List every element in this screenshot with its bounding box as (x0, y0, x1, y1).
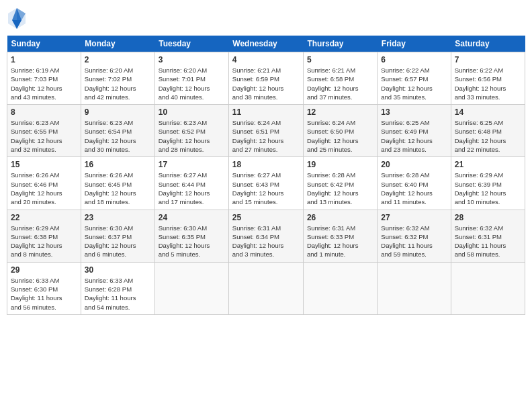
day-number: 3 (159, 55, 225, 64)
day-number: 2 (85, 55, 151, 64)
header-day-sunday: Sunday (7, 36, 81, 52)
day-number: 12 (307, 107, 373, 117)
week-row-4: 22Sunrise: 6:29 AMSunset: 6:38 PMDayligh… (7, 210, 525, 262)
header-day-friday: Friday (378, 36, 451, 52)
day-cell: 2Sunrise: 6:20 AMSunset: 7:02 PMDaylight… (81, 52, 154, 105)
day-cell (303, 262, 377, 314)
day-cell: 4Sunrise: 6:21 AMSunset: 6:59 PMDaylight… (228, 52, 303, 105)
day-cell: 9Sunrise: 6:23 AMSunset: 6:54 PMDaylight… (81, 105, 154, 157)
day-number: 1 (11, 55, 77, 64)
day-cell: 6Sunrise: 6:22 AMSunset: 6:57 PMDaylight… (378, 52, 451, 105)
day-cell: 13Sunrise: 6:25 AMSunset: 6:49 PMDayligh… (378, 105, 451, 157)
day-info: Sunrise: 6:22 AMSunset: 6:57 PMDaylight:… (381, 66, 447, 101)
day-number: 20 (381, 160, 447, 169)
day-number: 6 (381, 55, 447, 64)
day-number: 21 (455, 160, 521, 169)
day-info: Sunrise: 6:24 AMSunset: 6:51 PMDaylight:… (232, 118, 300, 154)
day-info: Sunrise: 6:29 AMSunset: 6:38 PMDaylight:… (11, 224, 77, 259)
day-cell: 7Sunrise: 6:22 AMSunset: 6:56 PMDaylight… (451, 52, 525, 105)
day-number: 16 (85, 160, 151, 169)
day-number: 22 (11, 213, 77, 222)
day-number: 27 (381, 213, 447, 222)
page-header (7, 7, 525, 30)
day-info: Sunrise: 6:26 AMSunset: 6:45 PMDaylight:… (85, 171, 151, 206)
day-info: Sunrise: 6:20 AMSunset: 7:01 PMDaylight:… (159, 66, 225, 101)
day-number: 14 (455, 107, 521, 117)
logo (7, 7, 28, 30)
day-cell: 23Sunrise: 6:30 AMSunset: 6:37 PMDayligh… (81, 210, 154, 262)
week-row-3: 15Sunrise: 6:26 AMSunset: 6:46 PMDayligh… (7, 157, 525, 210)
day-cell: 20Sunrise: 6:28 AMSunset: 6:40 PMDayligh… (378, 157, 451, 210)
day-number: 26 (307, 213, 373, 222)
header-row: SundayMondayTuesdayWednesdayThursdayFrid… (7, 36, 525, 52)
day-info: Sunrise: 6:30 AMSunset: 6:37 PMDaylight:… (85, 224, 151, 259)
day-cell (451, 262, 525, 314)
header-day-tuesday: Tuesday (154, 36, 228, 52)
day-cell: 22Sunrise: 6:29 AMSunset: 6:38 PMDayligh… (7, 210, 81, 262)
day-info: Sunrise: 6:26 AMSunset: 6:46 PMDaylight:… (11, 171, 77, 206)
day-cell: 30Sunrise: 6:33 AMSunset: 6:28 PMDayligh… (81, 262, 154, 314)
day-number: 28 (455, 213, 521, 222)
day-cell: 5Sunrise: 6:21 AMSunset: 6:58 PMDaylight… (303, 52, 377, 105)
day-info: Sunrise: 6:25 AMSunset: 6:48 PMDaylight:… (455, 118, 521, 154)
day-number: 8 (11, 107, 77, 117)
header-day-wednesday: Wednesday (228, 36, 303, 52)
day-cell: 27Sunrise: 6:32 AMSunset: 6:32 PMDayligh… (378, 210, 451, 262)
day-number: 19 (307, 160, 373, 169)
day-info: Sunrise: 6:21 AMSunset: 6:58 PMDaylight:… (307, 66, 373, 101)
logo-icon (7, 7, 27, 30)
day-number: 9 (85, 107, 151, 117)
day-number: 10 (159, 107, 225, 117)
day-number: 5 (307, 55, 373, 64)
day-cell: 8Sunrise: 6:23 AMSunset: 6:55 PMDaylight… (7, 105, 81, 157)
day-number: 13 (381, 107, 447, 117)
day-info: Sunrise: 6:28 AMSunset: 6:40 PMDaylight:… (381, 171, 447, 206)
day-info: Sunrise: 6:29 AMSunset: 6:39 PMDaylight:… (455, 171, 521, 206)
day-cell: 10Sunrise: 6:23 AMSunset: 6:52 PMDayligh… (154, 105, 228, 157)
day-cell: 15Sunrise: 6:26 AMSunset: 6:46 PMDayligh… (7, 157, 81, 210)
day-cell: 1Sunrise: 6:19 AMSunset: 7:03 PMDaylight… (7, 52, 81, 105)
day-info: Sunrise: 6:33 AMSunset: 6:28 PMDaylight:… (85, 276, 151, 312)
calendar-header: SundayMondayTuesdayWednesdayThursdayFrid… (7, 36, 525, 52)
day-number: 24 (159, 213, 225, 222)
day-cell: 29Sunrise: 6:33 AMSunset: 6:30 PMDayligh… (7, 262, 81, 314)
day-number: 11 (232, 107, 300, 117)
day-info: Sunrise: 6:23 AMSunset: 6:54 PMDaylight:… (85, 118, 151, 154)
day-info: Sunrise: 6:33 AMSunset: 6:30 PMDaylight:… (11, 276, 77, 312)
day-cell (378, 262, 451, 314)
day-cell: 11Sunrise: 6:24 AMSunset: 6:51 PMDayligh… (228, 105, 303, 157)
day-cell: 3Sunrise: 6:20 AMSunset: 7:01 PMDaylight… (154, 52, 228, 105)
calendar-table: SundayMondayTuesdayWednesdayThursdayFrid… (7, 36, 525, 315)
day-info: Sunrise: 6:25 AMSunset: 6:49 PMDaylight:… (381, 118, 447, 154)
day-info: Sunrise: 6:31 AMSunset: 6:33 PMDaylight:… (307, 224, 373, 259)
day-info: Sunrise: 6:21 AMSunset: 6:59 PMDaylight:… (232, 66, 300, 101)
day-cell: 14Sunrise: 6:25 AMSunset: 6:48 PMDayligh… (451, 105, 525, 157)
header-day-thursday: Thursday (303, 36, 377, 52)
day-cell: 12Sunrise: 6:24 AMSunset: 6:50 PMDayligh… (303, 105, 377, 157)
day-info: Sunrise: 6:27 AMSunset: 6:43 PMDaylight:… (232, 171, 300, 206)
day-number: 25 (232, 213, 300, 222)
calendar-body: 1Sunrise: 6:19 AMSunset: 7:03 PMDaylight… (7, 52, 525, 315)
day-cell (228, 262, 303, 314)
week-row-1: 1Sunrise: 6:19 AMSunset: 7:03 PMDaylight… (7, 52, 525, 105)
day-info: Sunrise: 6:27 AMSunset: 6:44 PMDaylight:… (159, 171, 225, 206)
day-info: Sunrise: 6:32 AMSunset: 6:32 PMDaylight:… (381, 224, 447, 259)
day-cell: 17Sunrise: 6:27 AMSunset: 6:44 PMDayligh… (154, 157, 228, 210)
day-cell: 16Sunrise: 6:26 AMSunset: 6:45 PMDayligh… (81, 157, 154, 210)
header-day-saturday: Saturday (451, 36, 525, 52)
week-row-5: 29Sunrise: 6:33 AMSunset: 6:30 PMDayligh… (7, 262, 525, 314)
day-number: 29 (11, 265, 77, 275)
day-cell: 28Sunrise: 6:32 AMSunset: 6:31 PMDayligh… (451, 210, 525, 262)
day-info: Sunrise: 6:19 AMSunset: 7:03 PMDaylight:… (11, 66, 77, 101)
day-info: Sunrise: 6:31 AMSunset: 6:34 PMDaylight:… (232, 224, 300, 259)
day-number: 7 (455, 55, 521, 64)
day-number: 15 (11, 160, 77, 169)
day-cell: 24Sunrise: 6:30 AMSunset: 6:35 PMDayligh… (154, 210, 228, 262)
day-cell: 21Sunrise: 6:29 AMSunset: 6:39 PMDayligh… (451, 157, 525, 210)
day-info: Sunrise: 6:20 AMSunset: 7:02 PMDaylight:… (85, 66, 151, 101)
day-number: 30 (85, 265, 151, 275)
day-cell: 18Sunrise: 6:27 AMSunset: 6:43 PMDayligh… (228, 157, 303, 210)
day-number: 17 (159, 160, 225, 169)
day-info: Sunrise: 6:23 AMSunset: 6:55 PMDaylight:… (11, 118, 77, 154)
day-cell: 26Sunrise: 6:31 AMSunset: 6:33 PMDayligh… (303, 210, 377, 262)
